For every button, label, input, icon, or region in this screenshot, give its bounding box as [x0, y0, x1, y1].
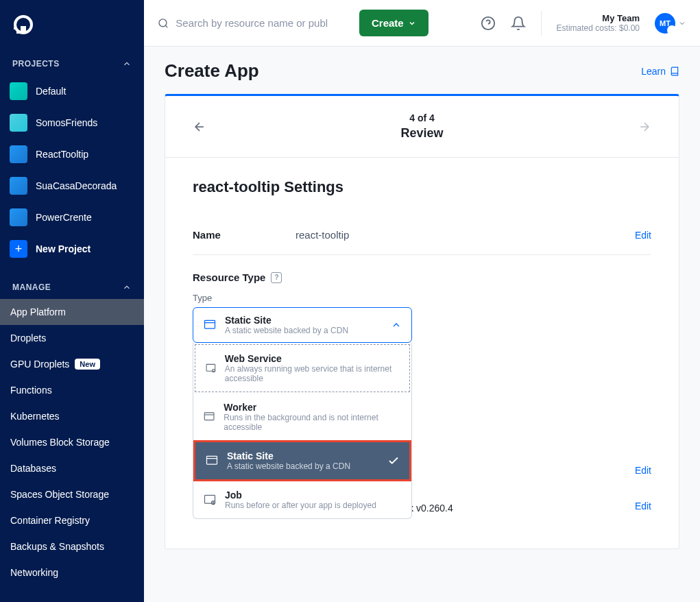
option-static-site[interactable]: Static SiteA static website backed by a …	[193, 440, 411, 481]
edit-name-link[interactable]: Edit	[635, 230, 651, 241]
dropdown-trigger[interactable]: Static Site A static website backed by a…	[193, 307, 412, 343]
manage-gpu-droplets[interactable]: GPU DropletsNew	[0, 351, 144, 377]
topbar-icons: My Team Estimated costs: $0.00 MT	[481, 11, 686, 36]
chevron-up-icon	[391, 320, 402, 330]
topbar: Create My Team Estimated costs: $0.00 MT	[144, 0, 700, 47]
resource-type-header: Resource Type ?	[193, 272, 651, 283]
step-nav: 4 of 4 Review	[165, 96, 679, 158]
team-cost: Estimated costs: $0.00	[557, 23, 640, 33]
manage-app-platform[interactable]: App Platform	[0, 299, 144, 325]
name-label: Name	[193, 229, 295, 241]
team-name: My Team	[557, 13, 640, 23]
chevron-down-icon	[408, 19, 416, 27]
review-card: 4 of 4 Review react-tooltip Settings Nam…	[165, 94, 679, 549]
search-input[interactable]	[176, 17, 350, 29]
svg-line-5	[165, 25, 167, 27]
manage-functions[interactable]: Functions	[0, 377, 144, 403]
manage-spaces[interactable]: Spaces Object Storage	[0, 481, 144, 507]
chevron-down-icon	[678, 19, 686, 27]
manage-volumes[interactable]: Volumes Block Storage	[0, 429, 144, 455]
svg-rect-16	[207, 456, 217, 464]
projects-header[interactable]: PROJECTS	[0, 52, 144, 75]
card-body: react-tooltip Settings Name react-toolti…	[165, 158, 679, 549]
manage-networking[interactable]: Networking	[0, 559, 144, 586]
manage-container-registry[interactable]: Container Registry	[0, 507, 144, 533]
new-project-button[interactable]: +New Project	[0, 233, 144, 265]
project-item-suacasadecorada[interactable]: SuaCasaDecorada	[0, 170, 144, 202]
manage-databases[interactable]: Databases	[0, 455, 144, 481]
book-icon	[670, 67, 679, 76]
svg-rect-2	[16, 30, 20, 34]
name-row: Name react-tooltip Edit	[193, 215, 651, 255]
project-item-powercrente[interactable]: PowerCrente	[0, 202, 144, 233]
svg-rect-1	[21, 26, 26, 32]
svg-point-4	[159, 19, 167, 26]
new-badge: New	[75, 359, 100, 370]
step-count: 4 of 4	[400, 112, 443, 123]
project-icon	[10, 145, 27, 163]
create-button[interactable]: Create	[359, 10, 429, 36]
help-icon[interactable]: ?	[271, 272, 282, 283]
divider	[541, 11, 542, 36]
web-service-icon	[205, 361, 217, 375]
main: Create My Team Estimated costs: $0.00 MT…	[144, 0, 700, 602]
page-header: Create App Learn	[165, 60, 679, 82]
edit-bandwidth-link[interactable]: Edit	[635, 465, 651, 476]
check-icon	[387, 455, 400, 467]
manage-kubernetes[interactable]: Kubernetes	[0, 403, 144, 429]
type-label: Type	[193, 293, 651, 303]
option-web-service[interactable]: Web ServiceAn always running web service…	[195, 344, 410, 392]
content: Create App Learn 4 of 4 Review react-too…	[144, 47, 700, 602]
project-icon	[10, 82, 27, 100]
account-menu[interactable]: MT	[655, 13, 686, 34]
svg-point-13	[213, 369, 215, 372]
option-job[interactable]: JobRuns before or after your app is depl…	[193, 481, 411, 518]
manage-header[interactable]: MANAGE	[0, 276, 144, 299]
project-icon	[10, 114, 27, 132]
static-site-icon	[205, 454, 219, 468]
chevron-up-icon	[122, 282, 132, 292]
resource-type-dropdown: Static Site A static website backed by a…	[193, 307, 412, 343]
learn-link[interactable]: Learn	[641, 66, 679, 77]
name-value: react-tooltip	[295, 229, 635, 241]
plus-icon: +	[10, 240, 27, 258]
option-worker[interactable]: WorkerRuns in the background and is not …	[193, 394, 411, 440]
svg-rect-14	[204, 413, 214, 420]
back-arrow[interactable]	[193, 120, 206, 134]
avatar: MT	[655, 13, 675, 34]
project-item-somosfriends[interactable]: SomosFriends	[0, 107, 144, 139]
worker-icon	[203, 410, 215, 424]
logo[interactable]	[0, 0, 144, 52]
help-icon[interactable]	[481, 16, 496, 31]
search-icon	[158, 17, 169, 29]
step-label: Review	[400, 126, 443, 141]
manage-droplets[interactable]: Droplets	[0, 325, 144, 351]
settings-title: react-tooltip Settings	[193, 178, 651, 196]
step-info: 4 of 4 Review	[400, 112, 443, 141]
project-item-reacttooltip[interactable]: ReactTooltip	[0, 139, 144, 170]
edit-buildpack-link[interactable]: Edit	[635, 501, 651, 511]
page-title: Create App	[165, 60, 259, 82]
project-item-default[interactable]: Default	[0, 75, 144, 107]
svg-rect-3	[14, 27, 16, 29]
dropdown-menu: Web ServiceAn always running web service…	[193, 343, 412, 519]
project-icon	[10, 208, 27, 226]
job-icon	[203, 493, 217, 507]
svg-rect-12	[206, 364, 215, 371]
sidebar: PROJECTS Default SomosFriends ReactToolt…	[0, 0, 144, 602]
static-site-icon	[203, 318, 217, 332]
svg-rect-10	[205, 320, 215, 328]
bell-icon[interactable]	[511, 16, 526, 31]
search-wrap	[158, 17, 350, 29]
manage-backups[interactable]: Backups & Snapshots	[0, 533, 144, 559]
project-icon	[10, 177, 27, 195]
team-info: My Team Estimated costs: $0.00	[557, 13, 640, 33]
chevron-up-icon	[122, 59, 132, 69]
forward-arrow	[638, 120, 651, 134]
